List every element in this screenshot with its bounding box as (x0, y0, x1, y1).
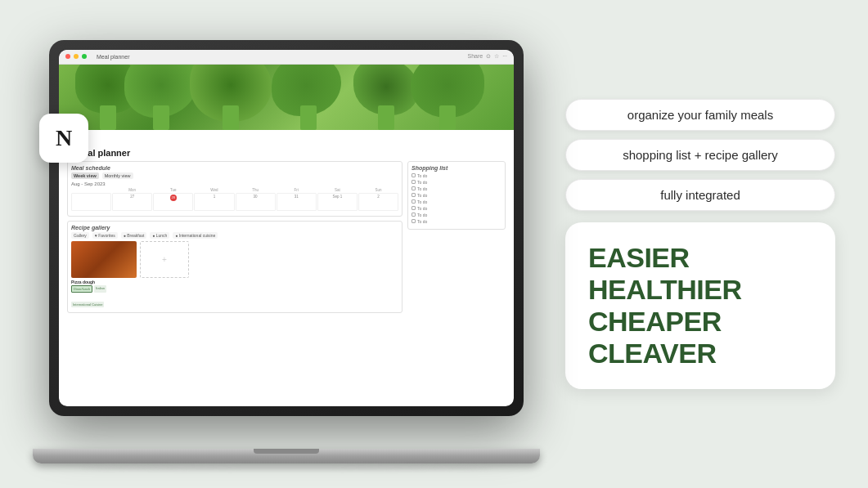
recipe-filters: Gallery ♥ Favorites ● Breakfast ● Lunch … (71, 232, 398, 239)
feature-pill-2: shopping list + recipe gallery (565, 139, 835, 171)
recipe-tag-2: Italian (94, 285, 106, 293)
cal-header-sat: Sat (317, 188, 358, 192)
recipe-name: Pizza dough (71, 280, 137, 284)
laptop-bezel: Meal planner Share ⊙ ☆ ··· (59, 50, 514, 406)
stalk-3 (223, 105, 239, 130)
cal-day-2: 2 (358, 193, 398, 211)
cal-day-sep1: Sep 1 (317, 193, 358, 211)
recipe-tag-3: International Cuisine (71, 302, 104, 307)
filter-breakfast[interactable]: ● Breakfast (121, 232, 147, 239)
cal-day-31: 31 (277, 193, 317, 211)
date-range: Aug - Sep 2023 (71, 181, 398, 186)
feature-pill-3: fully integrated (565, 179, 835, 211)
checkbox-2[interactable] (412, 180, 416, 184)
cal-header-sun: Sun (358, 188, 398, 192)
laptop-base (33, 449, 540, 463)
shop-item-3: To do (412, 186, 501, 191)
tagline-word-3: CHEAPER (588, 306, 812, 338)
cal-day-28: 28 (153, 193, 193, 211)
right-panel: organize your family meals shopping list… (565, 99, 843, 389)
laptop-mockup: N Meal planner Share ⊙ ☆ ··· (25, 16, 548, 473)
plus-icon: + (162, 255, 167, 264)
recipe-cards: Pizza dough Diner/lunch Italian Internat… (71, 241, 398, 309)
shop-text-4: To do (417, 193, 427, 198)
cal-header-mon: Mon (112, 188, 152, 192)
shopping-list-section: Shopping list To do To do To do To do To… (407, 161, 506, 230)
recipe-image (71, 241, 137, 278)
two-column-layout: Meal schedule Week view Monthly view Aug… (67, 161, 506, 313)
shop-item-5: To do (412, 199, 501, 204)
cal-day-30: 30 (236, 193, 276, 211)
cal-day-1: 1 (194, 193, 234, 211)
shop-item-1: To do (412, 173, 501, 178)
left-column: Meal schedule Week view Monthly view Aug… (67, 161, 403, 313)
browser-title: Meal planner (97, 54, 129, 60)
tab-monthly-view[interactable]: Monthly view (102, 172, 133, 179)
meal-schedule-title: Meal schedule (71, 165, 398, 171)
shop-item-6: To do (412, 206, 501, 211)
stalk-2 (153, 105, 169, 130)
stalk-6 (439, 105, 456, 130)
cal-header-tue: Tue (153, 188, 193, 192)
filter-lunch[interactable]: ● Lunch (150, 232, 169, 239)
filter-gallery[interactable]: Gallery (71, 232, 89, 239)
page-title-row: Meal planner (67, 148, 506, 158)
calendar-grid: Mon Tue Wed Thu Fri Sat Sun 27 (71, 188, 398, 211)
tagline-word-2: HEALTHIER (588, 274, 812, 306)
browser-bar: Meal planner Share ⊙ ☆ ··· (59, 50, 514, 65)
shopping-list-title: Shopping list (412, 165, 501, 171)
cal-day-27: 27 (112, 193, 152, 211)
checkbox-3[interactable] (412, 186, 416, 190)
recipe-card-pizza: Pizza dough Diner/lunch Italian Internat… (71, 241, 137, 309)
recipe-tags: Diner/lunch Italian (71, 285, 137, 293)
tagline-box: EASIER HEALTHIER CHEAPER CLEAVER (565, 222, 835, 389)
today-indicator: 28 (170, 195, 177, 201)
meal-schedule-tabs: Week view Monthly view (71, 172, 398, 179)
tab-week-view[interactable]: Week view (71, 172, 99, 179)
feature-pill-1: organize your family meals (565, 99, 835, 131)
laptop-hinge (254, 449, 319, 454)
checkbox-8[interactable] (412, 219, 416, 223)
expand-dot (82, 54, 87, 59)
browser-icons: Share ⊙ ☆ ··· (467, 53, 507, 60)
right-column: Shopping list To do To do To do To do To… (407, 161, 506, 313)
checkbox-4[interactable] (412, 193, 416, 197)
shop-text-7: To do (417, 213, 427, 217)
shop-text-6: To do (417, 206, 427, 211)
stalk-4 (300, 105, 317, 130)
meal-schedule-section: Meal schedule Week view Monthly view Aug… (67, 161, 403, 217)
cal-header-fri: Fri (277, 188, 317, 192)
hero-image (59, 65, 514, 130)
shop-item-7: To do (412, 213, 501, 217)
base-reflection (82, 465, 491, 470)
filter-favorites[interactable]: ♥ Favorites (92, 232, 118, 239)
filter-intl[interactable]: ● International cuisine (173, 232, 218, 239)
checkbox-7[interactable] (412, 213, 416, 217)
notion-logo: N (39, 114, 88, 163)
cal-header-wed: Wed (194, 188, 234, 192)
laptop-body: Meal planner Share ⊙ ☆ ··· (49, 40, 524, 416)
shop-text-5: To do (417, 199, 427, 204)
minimize-dot (74, 54, 79, 59)
cal-header-thu: Thu (236, 188, 276, 192)
shop-item-4: To do (412, 193, 501, 198)
page-body: 🍽 Meal planner Meal schedule (59, 130, 514, 318)
recipe-tag-1: Diner/lunch (71, 285, 92, 293)
screen-content: Meal planner Share ⊙ ☆ ··· (59, 50, 514, 406)
tagline-word-1: EASIER (588, 242, 812, 274)
shop-text-3: To do (417, 186, 427, 191)
cal-week-label (71, 193, 111, 211)
shop-text-8: To do (417, 219, 427, 224)
shop-item-2: To do (412, 180, 501, 185)
checkbox-5[interactable] (412, 199, 416, 204)
recipe-gallery-section: Recipe gallery Gallery ♥ Favorites ● Bre… (67, 221, 403, 313)
stalk-1 (100, 105, 116, 130)
checkbox-6[interactable] (412, 206, 416, 210)
close-dot (65, 54, 70, 59)
recipe-gallery-title: Recipe gallery (71, 225, 398, 231)
recipe-add-new[interactable]: + (140, 241, 189, 278)
checkbox-1[interactable] (412, 173, 416, 177)
shop-text-1: To do (417, 173, 427, 178)
meal-icon: 🍽 (67, 135, 506, 146)
shop-item-8: To do (412, 219, 501, 224)
